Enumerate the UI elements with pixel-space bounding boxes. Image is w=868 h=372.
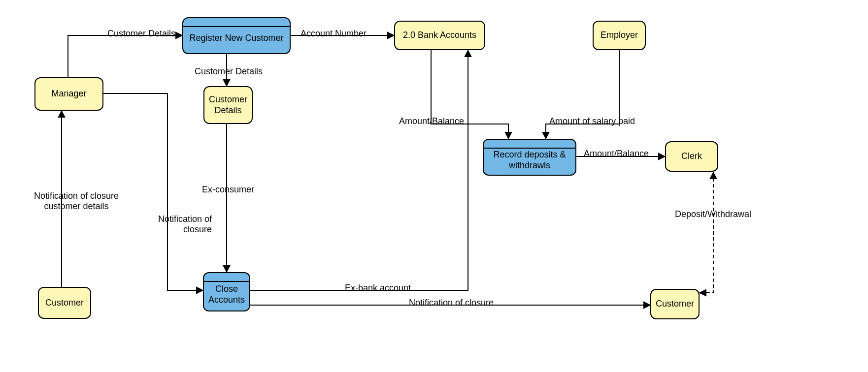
label: Register New Customer xyxy=(189,33,283,44)
edge-label: Amount/Balance xyxy=(584,149,649,159)
edge-label: Ex-bank account xyxy=(345,283,411,293)
edge-label: Customer Details xyxy=(107,29,175,39)
edge-label: Account Number xyxy=(300,29,367,39)
edge-label: Customer Details xyxy=(195,66,263,77)
process-record-deposits: Record deposits & withdrawls xyxy=(483,139,576,176)
label: Close Accounts xyxy=(208,284,245,305)
entity-manager: Manager xyxy=(34,77,103,111)
edge-label: Amount of salary paid xyxy=(549,116,635,126)
label: Record deposits & withdrawls xyxy=(493,150,566,171)
entity-customer-left: Customer xyxy=(38,287,91,319)
datastore-customer-details: Customer Details xyxy=(203,86,253,124)
datastore-bank-accounts: 2.0 Bank Accounts xyxy=(394,21,485,50)
edge-label: Deposit/Withdrawal xyxy=(675,209,751,219)
edge-label: Ex-consumer xyxy=(202,185,254,195)
edge-label: Notification of closure xyxy=(409,298,494,308)
edges-layer xyxy=(0,0,868,372)
edge-label: Notification of closure xyxy=(128,214,212,235)
label: Customer Details xyxy=(209,94,247,116)
label: 2.0 Bank Accounts xyxy=(403,30,476,41)
edge-label: Notification of closure customer details xyxy=(27,191,126,212)
label: Customer xyxy=(656,299,694,310)
diagram-canvas: Manager Customer Register New Customer C… xyxy=(0,0,868,372)
process-register: Register New Customer xyxy=(182,17,291,54)
edge-ex-bank-account xyxy=(250,50,468,290)
process-close-accounts: Close Accounts xyxy=(203,272,250,311)
label: Manager xyxy=(51,89,86,99)
edge-deposit-withdrawal xyxy=(700,172,713,293)
entity-employer: Employer xyxy=(593,21,646,50)
label: Clerk xyxy=(681,151,702,162)
label: Customer xyxy=(45,298,84,309)
entity-customer-right: Customer xyxy=(650,289,700,319)
edge-label: Amount/Balance xyxy=(399,116,464,126)
entity-clerk: Clerk xyxy=(665,141,718,172)
edge-customer-details-1 xyxy=(68,35,182,77)
label: Employer xyxy=(601,30,638,41)
